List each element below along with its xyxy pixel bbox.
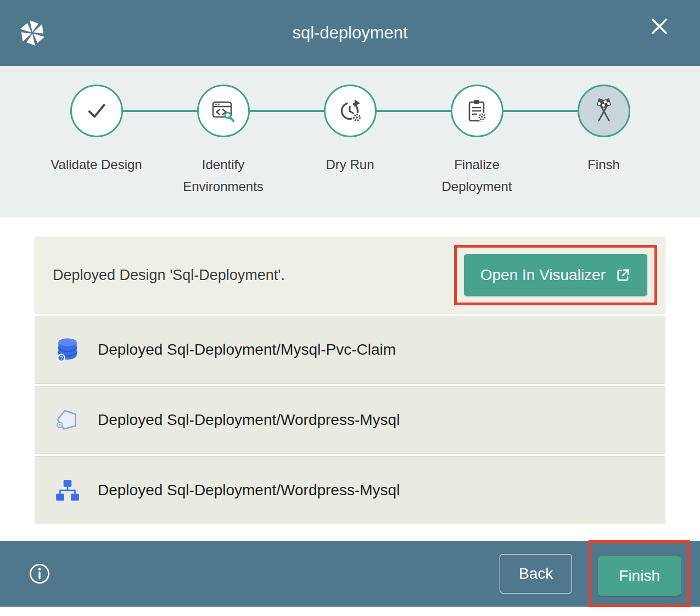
- deployment-status-row: ? Deployed Sql-Deployment/Mysql-Pvc-Clai…: [35, 316, 665, 384]
- back-button[interactable]: Back: [500, 554, 572, 593]
- modal-header: sql-deployment: [0, 0, 700, 66]
- summary-row: Deployed Design 'Sql-Deployment'. Open I…: [35, 237, 665, 313]
- deployment-status-text: Deployed Sql-Deployment/Wordpress-Mysql: [98, 481, 400, 499]
- deployment-results: Deployed Design 'Sql-Deployment'. Open I…: [0, 217, 700, 541]
- deployment-stepper: Validate Design Identify Environments: [0, 66, 700, 217]
- close-button[interactable]: [647, 14, 671, 38]
- step-label: Finsh: [587, 154, 620, 176]
- deployment-status-row: Deployed Sql-Deployment/Wordpress-Mysql: [35, 386, 665, 454]
- step-dry-run: Dry Run: [287, 85, 413, 198]
- step-finalize-deployment-circle[interactable]: [451, 85, 503, 137]
- visualizer-highlight-box: Open In Visualizer: [454, 245, 657, 305]
- svg-text:?: ?: [60, 355, 63, 361]
- step-finalize-deployment: Finalize Deployment: [413, 85, 540, 198]
- info-button[interactable]: [29, 563, 51, 585]
- modal-title: sql-deployment: [0, 23, 700, 43]
- database-icon: ?: [54, 336, 81, 363]
- external-link-icon: [615, 267, 631, 283]
- bottom-strip: [0, 607, 700, 616]
- deployment-status-row: Deployed Sql-Deployment/Wordpress-Mysql: [35, 456, 665, 524]
- step-label: Validate Design: [51, 154, 142, 176]
- hierarchy-icon: [54, 477, 81, 504]
- step-dry-run-circle[interactable]: [324, 85, 377, 137]
- check-icon: [84, 98, 109, 124]
- step-label: Identify Environments: [170, 154, 277, 198]
- step-finish: Finsh: [540, 85, 667, 198]
- step-finish-circle[interactable]: [578, 85, 630, 137]
- code-wrench-icon: [210, 98, 237, 124]
- checkered-flags-icon: [590, 97, 618, 125]
- open-in-visualizer-button[interactable]: Open In Visualizer: [464, 254, 647, 296]
- dry-run-gear-icon: [337, 98, 363, 124]
- deployment-status-text: Deployed Sql-Deployment/Wordpress-Mysql: [98, 411, 400, 429]
- open-in-visualizer-label: Open In Visualizer: [480, 266, 606, 284]
- step-validate-design: Validate Design: [33, 85, 160, 198]
- close-icon: [649, 16, 669, 36]
- pentagon-icon: [54, 406, 81, 434]
- deployed-design-text: Deployed Design 'Sql-Deployment'.: [53, 267, 285, 284]
- finish-button[interactable]: Finish: [598, 556, 681, 596]
- deployment-status-text: Deployed Sql-Deployment/Mysql-Pvc-Claim: [98, 341, 396, 359]
- step-validate-design-circle[interactable]: [70, 85, 123, 137]
- step-identify-environments: Identify Environments: [160, 85, 287, 198]
- step-identify-environments-circle[interactable]: [197, 85, 250, 137]
- step-label: Dry Run: [326, 154, 374, 176]
- info-icon: [29, 563, 51, 585]
- finish-highlight-box: Finish: [589, 540, 690, 607]
- modal-footer: Back Finish: [0, 541, 700, 607]
- meshery-logo-icon: [16, 17, 48, 49]
- clipboard-gear-icon: [464, 98, 490, 124]
- step-label: Finalize Deployment: [423, 154, 530, 198]
